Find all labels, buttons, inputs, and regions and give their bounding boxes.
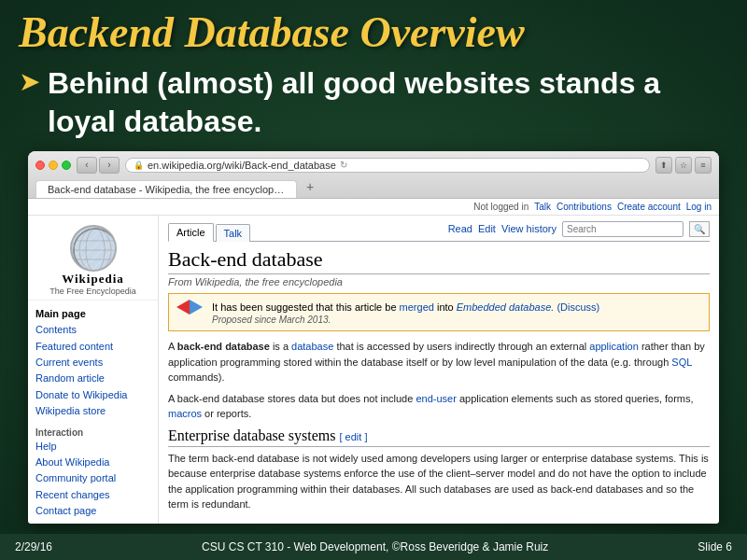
end-user-link[interactable]: end-user — [416, 393, 456, 404]
refresh-icon[interactable]: ↻ — [340, 160, 347, 170]
bullet-point: ➤ Behind (almost) all good websites stan… — [19, 64, 728, 142]
embedded-db-link[interactable]: Embedded database. — [457, 301, 555, 313]
contributions-link[interactable]: Contributions — [557, 202, 612, 212]
merge-arrows-icon — [176, 300, 204, 315]
notice-into: into — [437, 301, 457, 313]
left-arrow-icon — [176, 300, 190, 315]
wiki-action-buttons: Read Edit View history 🔍 — [448, 221, 710, 241]
wiki-globe-icon — [70, 225, 117, 272]
interaction-section-title: Interaction — [35, 427, 150, 438]
wiki-nav-main: Main page Contents Featured content Curr… — [28, 304, 158, 422]
nav-current-events[interactable]: Current events — [35, 355, 150, 371]
footer-course: CSU CS CT 310 - Web Development, ©Ross B… — [202, 540, 548, 553]
nav-contents[interactable]: Contents — [35, 322, 150, 338]
slide-content: Backend Database Overview ➤ Behind (almo… — [0, 0, 747, 524]
nav-donate[interactable]: Donate to Wikipedia — [35, 387, 150, 403]
wiki-page-wrapper: Not logged in Talk Contributions Create … — [28, 199, 719, 524]
application-link[interactable]: application — [589, 341, 639, 352]
address-text: en.wikipedia.org/wiki/Back-end_database — [148, 160, 336, 171]
action-read[interactable]: Read — [448, 223, 472, 234]
enterprise-paragraph: The term back-end database is not widely… — [168, 451, 710, 512]
macros-link[interactable]: macros — [168, 408, 202, 419]
tab-talk[interactable]: Talk — [216, 224, 251, 242]
wiki-page-subtitle: From Wikipedia, the free encyclopedia — [168, 276, 710, 287]
wiki-page-title: Back-end database — [168, 247, 710, 274]
merge-notice: It has been suggested that this article … — [168, 293, 710, 332]
share-icon[interactable]: ⬆ — [655, 157, 672, 174]
discuss-link[interactable]: (Discuss) — [557, 301, 599, 313]
wiki-logo-subtitle: The Free Encyclopedia — [32, 287, 154, 296]
more-icon[interactable]: ≡ — [695, 157, 712, 174]
nav-buttons: ‹ › — [77, 157, 120, 174]
browser-top-bar: ‹ › 🔒 en.wikipedia.org/wiki/Back-end_dat… — [35, 157, 712, 174]
action-history[interactable]: View history — [501, 223, 557, 234]
browser-tab-active[interactable]: Back-end database - Wikipedia, the free … — [35, 180, 297, 198]
wiki-page-tabs-row: Article Talk Read Edit View history 🔍 — [168, 221, 710, 242]
browser-right-icons: ⬆ ☆ ≡ — [655, 157, 712, 174]
nav-random[interactable]: Random article — [35, 371, 150, 386]
footer-slide: Slide 6 — [698, 540, 732, 553]
maximize-button-icon[interactable] — [62, 161, 71, 170]
wiki-logo-area: Wikipedia The Free Encyclopedia — [28, 221, 158, 301]
notice-main-text: It has been suggested that this article … — [212, 301, 400, 313]
svg-point-2 — [79, 229, 111, 272]
section-edit-link[interactable]: [ edit ] — [340, 431, 368, 442]
slide-title: Backend Database Overview — [19, 9, 728, 57]
svg-point-0 — [74, 229, 117, 272]
wiki-nav-interaction: Interaction Help About Wikipedia Communi… — [28, 422, 158, 522]
search-input[interactable] — [562, 221, 684, 237]
wiki-header-right: Not logged in Talk Contributions Create … — [473, 202, 712, 212]
wiki-main-content: Article Talk Read Edit View history 🔍 Ba… — [159, 216, 719, 524]
not-logged-in-text: Not logged in — [473, 202, 529, 212]
body-paragraph-2: A back-end database stores data but does… — [168, 391, 710, 422]
traffic-lights — [35, 161, 71, 170]
nav-store[interactable]: Wikipedia store — [35, 403, 150, 419]
nav-main-page[interactable]: Main page — [35, 306, 150, 322]
nav-featured[interactable]: Featured content — [35, 339, 150, 355]
footer-date: 2/29/16 — [15, 540, 52, 553]
wiki-nav-tools: Tools What links here — [28, 521, 158, 523]
merged-link[interactable]: merged — [400, 301, 434, 313]
back-button[interactable]: ‹ — [77, 157, 97, 174]
notice-text: It has been suggested that this article … — [212, 300, 599, 315]
create-account-link[interactable]: Create account — [617, 202, 681, 212]
lock-icon: 🔒 — [134, 161, 144, 170]
svg-point-6 — [74, 229, 117, 272]
wiki-main-layout: Wikipedia The Free Encyclopedia Main pag… — [28, 216, 719, 524]
wiki-header-bar: Not logged in Talk Contributions Create … — [28, 199, 719, 216]
search-button[interactable]: 🔍 — [689, 221, 710, 237]
tab-article[interactable]: Article — [168, 223, 214, 242]
proposed-text: Proposed since March 2013. — [212, 315, 599, 325]
svg-point-1 — [86, 229, 105, 272]
nav-about[interactable]: About Wikipedia — [35, 455, 150, 470]
notice-content: It has been suggested that this article … — [212, 300, 599, 326]
bullet-arrow-icon: ➤ — [19, 66, 40, 98]
nav-help[interactable]: Help — [35, 439, 150, 455]
action-edit[interactable]: Edit — [478, 223, 496, 234]
database-link[interactable]: database — [291, 341, 333, 352]
minimize-button-icon[interactable] — [49, 161, 58, 170]
wiki-sidebar: Wikipedia The Free Encyclopedia Main pag… — [28, 216, 159, 524]
talk-link[interactable]: Talk — [534, 202, 551, 212]
login-link[interactable]: Log in — [686, 202, 712, 212]
nav-recent[interactable]: Recent changes — [35, 487, 150, 503]
new-tab-button[interactable]: + — [301, 177, 319, 196]
forward-button[interactable]: › — [99, 157, 120, 174]
back-end-bold: back-end database — [177, 341, 270, 352]
sql-link[interactable]: SQL — [671, 357, 692, 368]
bookmark-icon[interactable]: ☆ — [675, 157, 692, 174]
wiki-logo-title: Wikipedia — [32, 272, 154, 287]
right-arrow-icon — [190, 300, 203, 315]
body-paragraph-1: A back-end database is a database that i… — [168, 339, 710, 385]
enterprise-heading-text: Enterprise database systems — [168, 427, 336, 443]
enterprise-section-heading: Enterprise database systems [ edit ] — [168, 427, 710, 447]
bullet-text: Behind (almost) all good websites stands… — [48, 64, 728, 142]
close-button-icon[interactable] — [35, 161, 45, 170]
address-bar[interactable]: 🔒 en.wikipedia.org/wiki/Back-end_databas… — [125, 158, 650, 173]
nav-community[interactable]: Community portal — [35, 470, 150, 486]
browser-window: ‹ › 🔒 en.wikipedia.org/wiki/Back-end_dat… — [28, 151, 719, 524]
browser-chrome: ‹ › 🔒 en.wikipedia.org/wiki/Back-end_dat… — [28, 151, 719, 199]
browser-tabs-row: Back-end database - Wikipedia, the free … — [35, 177, 712, 198]
slide-footer: 2/29/16 CSU CS CT 310 - Web Development,… — [0, 534, 747, 560]
nav-contact[interactable]: Contact page — [35, 503, 150, 519]
